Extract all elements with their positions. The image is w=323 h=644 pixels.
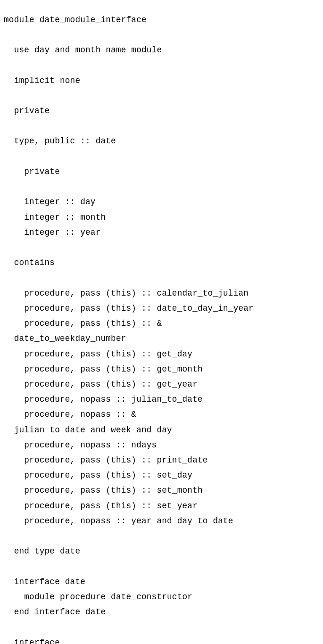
code-listing: module date_module_interface use day_and… xyxy=(0,8,323,644)
